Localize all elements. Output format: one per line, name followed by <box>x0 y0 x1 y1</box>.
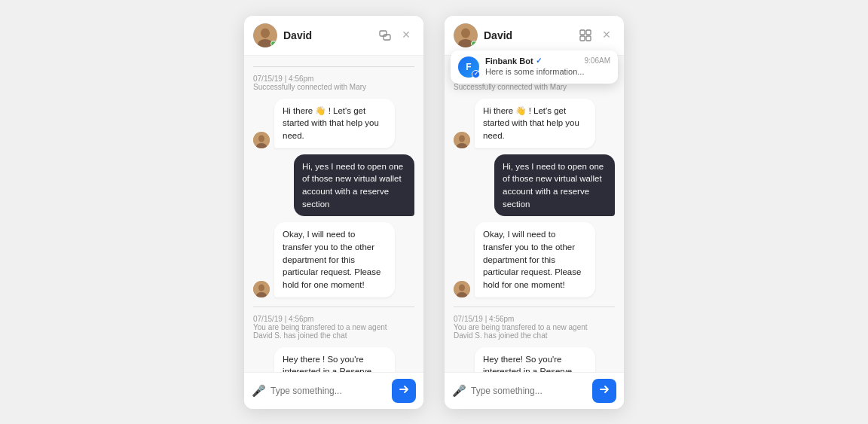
notif-text: Here is some information... <box>485 67 610 76</box>
chat-body-right: 07/15/19 | 4:56pm Successfully connected… <box>445 56 624 372</box>
chat-body-left: 07/15/19 | 4:56pm Successfully connected… <box>244 56 423 372</box>
svg-point-15 <box>461 28 470 38</box>
msg-row-4-right: Hey there! So you're interested in a Res… <box>454 347 615 372</box>
notif-time: 9:06AM <box>585 56 610 65</box>
bubble-4-left: Hey there ! So you're interested in a Re… <box>274 347 395 372</box>
msg-row-2-left: Hi, yes I need to open one of those new … <box>253 154 414 217</box>
svg-rect-18 <box>586 30 591 35</box>
mic-icon-right: 🎤 <box>452 384 466 398</box>
header-icons-right: × <box>577 27 615 44</box>
svg-point-25 <box>459 284 465 291</box>
notif-bot-name: Finbank Bot ✓ <box>485 56 542 66</box>
grid-icon-right[interactable] <box>577 27 594 44</box>
chat-input-left[interactable] <box>270 386 387 396</box>
notif-avatar: F ✓ <box>458 56 479 78</box>
chat-input-area-left: 🎤 <box>244 372 423 409</box>
notification-popup[interactable]: F ✓ Finbank Bot ✓ 9:06AM Here is some in… <box>451 50 618 84</box>
header-name-left: David <box>283 29 371 41</box>
divider-2-left <box>253 307 414 307</box>
svg-point-22 <box>459 135 465 142</box>
close-icon-right[interactable]: × <box>598 27 615 44</box>
bubble-2-left: Hi, yes I need to open one of those new … <box>294 154 414 217</box>
msg-avatar-1-left <box>253 132 270 148</box>
chat-header-left: David × <box>244 16 423 56</box>
close-icon-left[interactable]: × <box>398 27 414 44</box>
chat-input-area-right: 🎤 <box>445 372 624 409</box>
system-msg-2-left: 07/15/19 | 4:56pm You are being transfer… <box>253 315 414 340</box>
chat-header-right: David × <box>445 16 624 56</box>
bubble-1-right: Hi there 👋 ! Let's get started with that… <box>475 99 595 148</box>
svg-point-1 <box>261 28 270 38</box>
online-indicator-right <box>471 41 477 47</box>
send-button-right[interactable] <box>592 379 616 403</box>
chat-window-left: David × 07/15/19 | 4:56pm Successfully c… <box>244 16 423 409</box>
transfer-icon-left[interactable] <box>377 27 393 44</box>
bubble-1-left: Hi there 👋 ! Let's get started with that… <box>274 99 395 148</box>
system-msg-1-left: 07/15/19 | 4:56pm Successfully connected… <box>253 75 414 91</box>
chat-window-right: David × F ✓ <box>445 16 624 409</box>
bubble-3-left: Okay, I will need to transfer you to the… <box>274 222 395 297</box>
divider-2-right <box>454 307 615 307</box>
send-arrow-left <box>399 384 409 397</box>
notif-verified-badge: ✓ <box>472 70 480 78</box>
msg-avatar-3-left <box>253 281 270 297</box>
avatar-right <box>454 23 478 47</box>
send-button-left[interactable] <box>392 379 416 403</box>
bubble-4-right: Hey there! So you're interested in a Res… <box>475 347 595 372</box>
msg-row-4-left: Hey there ! So you're interested in a Re… <box>253 347 414 372</box>
divider-1-left <box>253 66 414 67</box>
svg-rect-19 <box>580 36 585 41</box>
notif-header-row: Finbank Bot ✓ 9:06AM <box>485 56 610 66</box>
svg-rect-20 <box>586 36 591 41</box>
notif-verified-icon: ✓ <box>536 56 542 65</box>
svg-point-6 <box>258 135 264 142</box>
msg-row-3-right: Okay, I will need to transfer you to the… <box>454 222 615 297</box>
avatar-left <box>253 23 277 47</box>
send-arrow-right <box>599 384 610 397</box>
msg-avatar-1-right <box>454 132 470 148</box>
msg-row-2-right: Hi, yes I need to open one of those new … <box>454 154 615 217</box>
mic-icon-left: 🎤 <box>252 384 266 398</box>
notif-content: Finbank Bot ✓ 9:06AM Here is some inform… <box>485 56 610 76</box>
msg-row-1-left: Hi there 👋 ! Let's get started with that… <box>253 99 414 148</box>
header-name-right: David <box>484 29 571 41</box>
msg-avatar-3-right <box>454 281 470 297</box>
msg-row-3-left: Okay, I will need to transfer you to the… <box>253 222 414 297</box>
header-icons-left: × <box>377 27 414 44</box>
svg-point-9 <box>258 284 264 291</box>
bubble-2-right: Hi, yes I need to open one of those new … <box>494 154 615 217</box>
bubble-3-right: Okay, I will need to transfer you to the… <box>475 222 595 297</box>
msg-row-1-right: Hi there 👋 ! Let's get started with that… <box>454 99 615 148</box>
chat-input-right[interactable] <box>471 386 588 396</box>
online-indicator-left <box>270 41 277 47</box>
system-msg-2-right: 07/15/19 | 4:56pm You are being transfer… <box>454 315 615 340</box>
svg-rect-17 <box>580 30 585 35</box>
